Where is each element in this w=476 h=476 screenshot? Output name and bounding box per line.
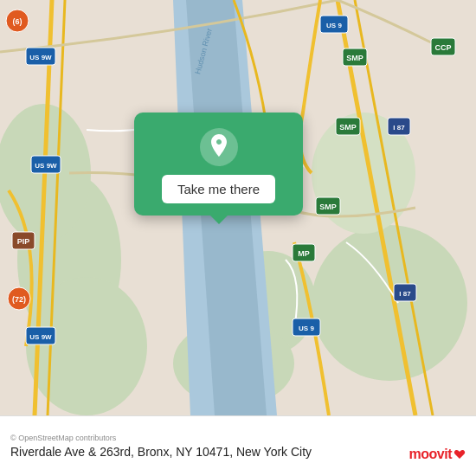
- svg-text:SMP: SMP: [346, 54, 363, 62]
- svg-text:CCP: CCP: [434, 43, 451, 52]
- popup-card: Take me there: [134, 113, 303, 215]
- svg-text:MP: MP: [298, 249, 310, 258]
- svg-text:PIP: PIP: [17, 237, 30, 246]
- svg-text:SMP: SMP: [319, 203, 337, 211]
- take-me-there-button[interactable]: Take me there: [162, 175, 275, 203]
- svg-text:SMP: SMP: [339, 123, 357, 132]
- svg-text:US 9: US 9: [299, 325, 314, 332]
- moovit-text: moovit: [409, 447, 452, 462]
- osm-credit: © OpenStreetMap contributors: [10, 434, 466, 442]
- bottom-bar: © OpenStreetMap contributors Riverdale A…: [0, 415, 476, 476]
- address-line: Riverdale Ave & 263rd, Bronx, NY 10471, …: [10, 445, 466, 459]
- svg-text:US 9: US 9: [326, 22, 342, 29]
- svg-text:(6): (6): [13, 17, 23, 26]
- location-pin-icon: [200, 128, 238, 166]
- moovit-heart-icon: [453, 449, 466, 460]
- svg-point-2: [26, 277, 147, 415]
- svg-text:US 9W: US 9W: [29, 54, 52, 61]
- map-container: US 9 US 9W US 9W US 9W SMP SMP SMP I 87 …: [0, 0, 476, 415]
- svg-text:US 9W: US 9W: [35, 162, 57, 170]
- svg-text:I 87: I 87: [399, 290, 411, 298]
- moovit-logo: moovit: [409, 447, 466, 462]
- svg-text:I 87: I 87: [393, 124, 405, 132]
- svg-point-4: [312, 225, 467, 381]
- svg-text:US 9W: US 9W: [29, 333, 52, 341]
- svg-text:(72): (72): [12, 295, 26, 304]
